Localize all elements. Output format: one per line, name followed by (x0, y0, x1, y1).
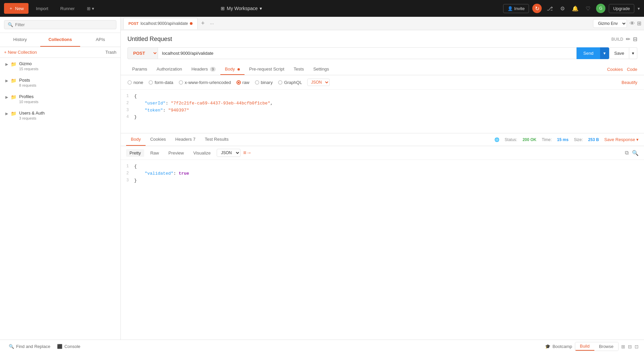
folder-icon: 📁 (11, 94, 16, 100)
browse-toggle-button[interactable]: Browse (594, 342, 618, 351)
copy-button[interactable]: ⧉ (625, 150, 629, 156)
request-tab[interactable]: POST localhost:9000/api/validate (123, 18, 198, 29)
git-icon[interactable]: ⎇ (545, 4, 554, 13)
collection-info: Users & Auth 3 requests (19, 111, 115, 120)
plus-icon: ＋ (9, 5, 13, 11)
search-response-button[interactable]: 🔍 (632, 150, 639, 156)
tab-settings[interactable]: Settings (309, 64, 334, 75)
tab-more-button[interactable]: ··· (208, 21, 216, 26)
beautify-button[interactable]: Beautify (622, 80, 637, 85)
sidebar-tab-history[interactable]: History (0, 33, 40, 47)
resp-pretty-button[interactable]: Pretty (126, 149, 144, 157)
env-selector[interactable]: Gizmo Env (593, 19, 627, 28)
collection-info: Profiles 10 requests (19, 94, 115, 104)
panel-icon[interactable]: ⊡ (635, 344, 639, 349)
tab-method: POST (128, 21, 139, 26)
tab-authorization[interactable]: Authorization (152, 64, 187, 75)
request-sub-tabs: Params Authorization Headers 9 Body Pre-… (121, 64, 644, 75)
tab-body[interactable]: Body (220, 64, 245, 75)
save-dropdown-button[interactable]: ▾ (629, 47, 637, 59)
resp-wrap-button[interactable]: ≡→ (243, 150, 252, 156)
collection-item-posts[interactable]: ▶ 📁 Posts 8 requests (0, 74, 120, 91)
body-graphql-option[interactable]: GraphQL (278, 80, 302, 85)
resp-preview-button[interactable]: Preview (165, 149, 187, 157)
add-tab-button[interactable]: + (199, 20, 207, 27)
new-label: New (15, 6, 24, 11)
body-none-option[interactable]: none (127, 80, 143, 85)
body-formdata-option[interactable]: form-data (149, 80, 173, 85)
json-format-selector[interactable]: JSON (307, 79, 330, 86)
body-binary-option[interactable]: binary (255, 80, 273, 85)
chevron-right-icon: ▶ (5, 95, 8, 99)
runner-button[interactable]: Runner (56, 4, 79, 13)
collection-item-gizmo[interactable]: ▶ 📁 Gizmo 15 requests (0, 58, 120, 74)
avatar[interactable]: G (596, 4, 605, 13)
tab-params[interactable]: Params (127, 64, 152, 75)
radio-urlencoded (179, 80, 183, 85)
split-icon[interactable]: ⊟ (628, 344, 632, 349)
resp-json-selector[interactable]: JSON (217, 149, 240, 157)
layout-button[interactable]: ⊞ ▾ (82, 4, 99, 13)
code-link[interactable]: Code (627, 67, 637, 72)
settings-icon[interactable]: ⚙ (558, 4, 567, 13)
new-button[interactable]: ＋ New (4, 3, 29, 14)
top-navigation: ＋ New Import Runner ⊞ ▾ ⊞ My Workspace ▾… (0, 0, 644, 17)
import-button[interactable]: Import (31, 4, 53, 13)
search-input[interactable] (15, 22, 113, 27)
body-raw-option[interactable]: raw (236, 80, 250, 85)
build-toggle-button[interactable]: Build (575, 342, 594, 351)
send-button[interactable]: Send (577, 47, 600, 59)
tab-tests[interactable]: Tests (289, 64, 309, 75)
workspace-chevron-icon: ▾ (260, 6, 262, 11)
collection-name: Posts (19, 78, 115, 83)
line-number: 2 (124, 100, 134, 107)
collection-item-users-auth[interactable]: ▶ 📁 Users & Auth 3 requests (0, 107, 120, 124)
workspace-selector[interactable]: ⊞ My Workspace ▾ (221, 6, 262, 11)
response-right-icons: ⧉ 🔍 (625, 150, 639, 156)
resp-tab-cookies[interactable]: Cookies (146, 133, 171, 146)
save-response-button[interactable]: Save Response ▾ (604, 137, 639, 142)
upgrade-button[interactable]: Upgrade (609, 4, 634, 13)
send-dropdown-button[interactable]: ▾ (600, 47, 609, 59)
resp-tab-headers[interactable]: Headers 7 (171, 133, 200, 146)
resp-tab-body[interactable]: Body (126, 133, 146, 146)
radio-graphql (278, 80, 282, 85)
new-collection-button[interactable]: + New Collection (4, 50, 37, 55)
layout-toggle-button[interactable]: ⊟ (633, 36, 637, 42)
nav-right-actions: 👤 Invite ↻ ⎇ ⚙ 🔔 ♡ G Upgrade ▾ (503, 4, 640, 13)
body-urlencoded-option[interactable]: x-www-form-urlencoded (179, 80, 231, 85)
collection-list: ▶ 📁 Gizmo 15 requests ▶ 📁 Posts 8 reques… (0, 58, 120, 340)
collection-name: Users & Auth (19, 111, 115, 116)
code-content: "userId": "7f2c21fe-ca69-4437-93eb-44bcf… (134, 100, 273, 107)
find-replace-button[interactable]: 🔍 Find and Replace (5, 343, 54, 350)
bootcamp-button[interactable]: 🎓 Bootcamp (545, 344, 572, 349)
invite-button[interactable]: 👤 Invite (503, 4, 529, 13)
resp-tab-test-results[interactable]: Test Results (200, 133, 233, 146)
sidebar-tab-apis[interactable]: APIs (80, 33, 120, 47)
collection-info: Gizmo 15 requests (19, 61, 115, 71)
size-label: Size: (574, 137, 583, 142)
sync-icon[interactable]: ↻ (532, 4, 542, 13)
heart-icon[interactable]: ♡ (583, 4, 593, 13)
console-button[interactable]: ⬛ Console (54, 343, 84, 350)
table-icon[interactable]: ⊞ (621, 344, 625, 349)
resp-raw-button[interactable]: Raw (147, 149, 162, 157)
line-number: 4 (124, 114, 134, 121)
size-value: 253 B (588, 137, 599, 142)
env-settings-button[interactable]: ⊞ (637, 20, 641, 27)
resp-visualize-button[interactable]: Visualize (190, 149, 214, 157)
sidebar-tab-collections[interactable]: Collections (40, 33, 80, 47)
env-view-button[interactable]: 👁 (630, 20, 635, 27)
method-selector[interactable]: POST (127, 47, 158, 59)
request-tabs-bar: POST localhost:9000/api/validate + ··· G… (121, 17, 644, 30)
trash-button[interactable]: Trash (105, 50, 116, 55)
notifications-icon[interactable]: 🔔 (571, 4, 580, 13)
edit-button[interactable]: ✏ (626, 36, 630, 42)
cookies-link[interactable]: Cookies (607, 67, 623, 72)
tab-prerequest[interactable]: Pre-request Script (245, 64, 289, 75)
url-input[interactable] (158, 47, 577, 59)
tab-headers[interactable]: Headers 9 (187, 64, 220, 75)
save-button[interactable]: Save (609, 47, 629, 59)
request-body-editor[interactable]: 1 { 2 "userId": "7f2c21fe-ca69-4437-93eb… (121, 90, 644, 133)
collection-item-profiles[interactable]: ▶ 📁 Profiles 10 requests (0, 91, 120, 107)
